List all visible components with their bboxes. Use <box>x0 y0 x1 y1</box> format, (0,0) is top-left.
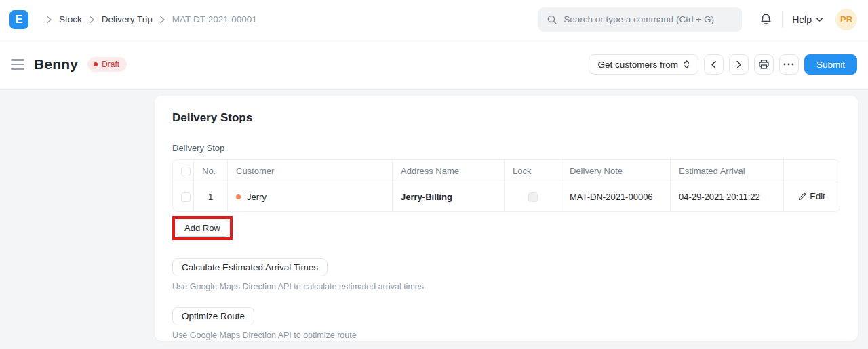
get-customers-from-button[interactable]: Get customers from <box>589 54 698 75</box>
search-icon <box>547 14 557 25</box>
calculate-arrival-times-button[interactable]: Calculate Estimated Arrival Times <box>172 258 328 276</box>
optimize-help-text: Use Google Maps Direction API to optimiz… <box>172 331 840 340</box>
get-customers-from-label: Get customers from <box>597 60 678 70</box>
chevron-right-icon <box>736 60 742 69</box>
customer-status-dot-icon <box>236 194 241 199</box>
grid-header-row: No. Customer Address Name Lock Delivery … <box>172 159 840 182</box>
navbar: E Stock Delivery Trip MAT-DT-2021-00001 … <box>0 0 868 39</box>
grid-header-customer: Customer <box>228 159 393 182</box>
status-dot-icon <box>94 62 98 66</box>
page-actions: Get customers from Submit <box>589 54 857 75</box>
select-all-checkbox[interactable] <box>181 167 191 176</box>
calculate-help-text: Use Google Maps Direction API to calcula… <box>172 282 840 291</box>
previous-document-button[interactable] <box>704 54 724 75</box>
edit-label: Edit <box>810 191 825 201</box>
row-checkbox-cell <box>172 182 194 212</box>
sidebar-toggle-icon[interactable] <box>11 56 24 73</box>
user-avatar[interactable]: PR <box>835 9 857 30</box>
add-row-button[interactable]: Add Row <box>176 220 229 237</box>
breadcrumb-item-document: MAT-DT-2021-00001 <box>172 14 257 24</box>
grid-header-edit <box>784 159 840 182</box>
row-checkbox[interactable] <box>181 192 191 202</box>
print-button[interactable] <box>754 54 774 75</box>
chevron-down-icon <box>816 17 823 22</box>
grid-header-lock: Lock <box>505 159 561 182</box>
delivery-note-cell[interactable]: MAT-DN-2021-00006 <box>561 182 671 212</box>
page-head: Benny Draft Get customers from Submit <box>0 39 868 90</box>
delivery-stop-field-label: Delivery Stop <box>172 143 840 153</box>
edit-row-button[interactable]: Edit <box>798 191 825 201</box>
customer-cell[interactable]: Jerry <box>228 182 393 212</box>
menu-ellipsis-button[interactable] <box>779 54 799 75</box>
chevron-right-icon <box>89 16 95 24</box>
address-name-cell[interactable]: Jerry-Billing <box>393 182 505 212</box>
breadcrumb: Stock Delivery Trip MAT-DT-2021-00001 <box>39 14 257 24</box>
status-badge-label: Draft <box>102 60 119 69</box>
customer-value: Jerry <box>247 192 267 202</box>
help-label: Help <box>792 14 812 25</box>
select-arrows-icon <box>684 60 690 69</box>
app-logo-icon[interactable]: E <box>9 10 28 29</box>
next-document-button[interactable] <box>729 54 749 75</box>
grid-header-checkbox-cell <box>172 159 194 182</box>
grid-header-address-name: Address Name <box>393 159 505 182</box>
form-section-card: Delivery Stops Delivery Stop No. Custome… <box>155 96 858 341</box>
navbar-divider <box>782 12 783 28</box>
ellipsis-icon <box>783 63 794 66</box>
lock-cell <box>505 182 561 212</box>
help-menu[interactable]: Help <box>792 14 823 25</box>
grid-header-no: No. <box>194 159 228 182</box>
delivery-stops-grid: No. Customer Address Name Lock Delivery … <box>172 159 840 212</box>
pencil-icon <box>798 192 806 201</box>
status-badge: Draft <box>87 57 127 72</box>
chevron-right-icon <box>46 16 52 24</box>
printer-icon <box>758 59 770 70</box>
notifications-bell-icon[interactable] <box>760 13 772 26</box>
search-input[interactable] <box>564 14 734 24</box>
submit-button[interactable]: Submit <box>804 54 857 75</box>
breadcrumb-item-stock[interactable]: Stock <box>59 14 82 24</box>
row-index-cell[interactable]: 1 <box>194 182 228 212</box>
optimize-route-button[interactable]: Optimize Route <box>172 307 254 325</box>
annotation-highlight-box: Add Row <box>172 216 233 240</box>
page-title: Benny <box>34 56 78 73</box>
edit-cell: Edit <box>784 182 840 212</box>
breadcrumb-item-delivery-trip[interactable]: Delivery Trip <box>102 14 153 24</box>
estimated-arrival-cell[interactable]: 04-29-2021 20:11:22 <box>671 182 784 212</box>
grid-header-estimated-arrival: Estimated Arrival <box>671 159 784 182</box>
table-row: 1 Jerry Jerry-Billing MAT-DN-2021-00006 … <box>172 182 840 212</box>
grid-header-delivery-note: Delivery Note <box>561 159 671 182</box>
lock-checkbox[interactable] <box>528 192 538 202</box>
chevron-left-icon <box>711 60 717 69</box>
chevron-right-icon <box>159 16 165 24</box>
global-search[interactable] <box>538 7 742 32</box>
section-title: Delivery Stops <box>172 111 840 125</box>
